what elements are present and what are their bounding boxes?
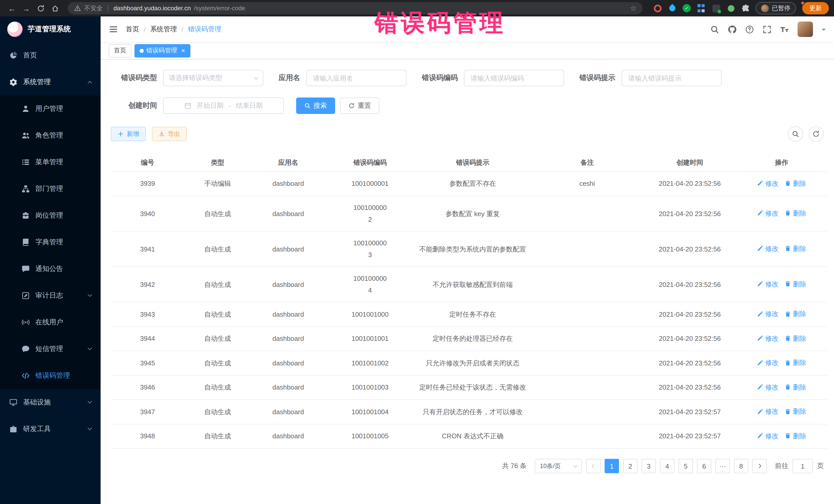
green-dot-extension-icon[interactable]: [727, 5, 734, 12]
delete-link[interactable]: 删除: [785, 357, 806, 369]
edit-link[interactable]: 修改: [757, 332, 778, 344]
delete-icon: [785, 311, 791, 317]
delete-link[interactable]: 删除: [785, 308, 806, 320]
delete-link[interactable]: 删除: [785, 332, 806, 344]
page-button-2[interactable]: 2: [623, 459, 637, 473]
edit-link[interactable]: 修改: [757, 207, 778, 219]
address-bar[interactable]: 不安全 dashboard.yudao.iocoder.cn/system/er…: [68, 2, 642, 14]
delete-icon: [785, 210, 791, 216]
app-logo[interactable]: 芋道管理系统: [0, 17, 101, 42]
delete-link[interactable]: 删除: [785, 430, 806, 442]
page-button-6[interactable]: 6: [697, 459, 711, 473]
tab-error-code[interactable]: 错误码管理×: [134, 44, 190, 57]
edit-link[interactable]: 修改: [757, 406, 778, 417]
search-button[interactable]: 搜索: [296, 97, 335, 114]
next-page-button[interactable]: [752, 459, 767, 473]
toggle-search-button[interactable]: [788, 126, 803, 141]
date-range-picker[interactable]: 开始日期 - 结束日期: [163, 97, 284, 114]
page-button-1[interactable]: 1: [605, 459, 619, 473]
back-button[interactable]: ←: [5, 2, 19, 15]
breadcrumb-item[interactable]: 错误码管理: [188, 25, 221, 34]
url-path: /system/error-code: [194, 5, 245, 12]
sidebar-item-system[interactable]: 系统管理: [0, 69, 101, 95]
edit-link[interactable]: 修改: [757, 357, 778, 369]
header-search-icon[interactable]: [710, 25, 719, 34]
row-id: 3946: [111, 375, 184, 399]
bookmark-star-icon[interactable]: ☆: [630, 4, 636, 12]
dark-badge-extension-icon[interactable]: [712, 4, 720, 12]
sidebar-item-label: 错误码管理: [36, 371, 70, 380]
row-message: 不能删除类型为系统内置的参数配置: [415, 231, 531, 267]
sidebar-item-error-code[interactable]: 错误码管理: [0, 363, 101, 389]
close-tab-icon[interactable]: ×: [181, 47, 185, 54]
sidebar-item-menu[interactable]: 菜单管理: [0, 149, 101, 176]
reset-button[interactable]: 重置: [340, 97, 379, 114]
table-header-row: 编号类型应用名错误码编码错误码提示备注创建时间操作: [111, 154, 827, 171]
tab-home[interactable]: 首页: [109, 44, 131, 57]
avatar-caret-icon[interactable]: [822, 28, 826, 32]
extensions-puzzle-icon[interactable]: [741, 4, 750, 13]
more-pages-button[interactable]: ···: [716, 459, 730, 473]
row-message: 参数配置 key 重复: [415, 196, 531, 231]
update-button[interactable]: 更新: [802, 2, 829, 14]
error-type-select[interactable]: 请选择错误码类型: [163, 70, 263, 86]
delete-link[interactable]: 删除: [785, 207, 806, 219]
goto-page-input[interactable]: [792, 459, 813, 473]
blue-grid-extension-icon[interactable]: [697, 4, 706, 13]
page-size-select[interactable]: 10条/页: [535, 459, 582, 473]
error-hint-input[interactable]: [621, 70, 722, 86]
home-button[interactable]: [48, 2, 62, 15]
paused-chip[interactable]: 已暂停: [755, 2, 796, 14]
error-code-input[interactable]: [464, 70, 564, 86]
sidebar-item-dept[interactable]: 部门管理: [0, 176, 101, 202]
delete-link[interactable]: 删除: [785, 278, 806, 290]
page-button-5[interactable]: 5: [679, 459, 693, 473]
breadcrumb-item[interactable]: 系统管理: [150, 25, 177, 34]
sidebar-item-post[interactable]: 岗位管理: [0, 202, 101, 229]
forward-button[interactable]: →: [20, 2, 33, 15]
page-button-3[interactable]: 3: [641, 459, 656, 473]
edit-link[interactable]: 修改: [757, 381, 778, 393]
refresh-table-button[interactable]: [808, 126, 824, 141]
user-avatar[interactable]: [797, 22, 813, 37]
sidebar-item-home[interactable]: 首页: [0, 42, 101, 69]
sidebar-item-online-user[interactable]: 在线用户: [0, 309, 101, 336]
red-ring-extension-icon[interactable]: [654, 4, 661, 12]
edit-link[interactable]: 修改: [757, 278, 778, 290]
sidebar-item-user[interactable]: 用户管理: [0, 95, 101, 122]
fullscreen-icon[interactable]: [763, 25, 771, 34]
sidebar-item-audit-log[interactable]: 审计日志: [0, 282, 101, 309]
reload-button[interactable]: [34, 2, 47, 15]
sidebar-item-devtools[interactable]: 研发工具: [0, 416, 101, 442]
page-button-4[interactable]: 4: [660, 459, 674, 473]
help-icon[interactable]: [745, 25, 754, 34]
sidebar-item-notice[interactable]: 通知公告: [0, 256, 101, 282]
prev-page-button[interactable]: [586, 459, 600, 473]
edit-link[interactable]: 修改: [757, 243, 778, 255]
edit-link[interactable]: 修改: [757, 177, 778, 189]
font-size-icon[interactable]: [780, 25, 789, 34]
start-date-placeholder: 开始日期: [197, 101, 223, 110]
delete-link[interactable]: 删除: [785, 381, 806, 393]
sidebar-toggle[interactable]: [109, 25, 118, 34]
sidebar-item-sms[interactable]: 短信管理: [0, 336, 101, 363]
edit-link[interactable]: 修改: [757, 430, 778, 442]
column-header: 创建时间: [643, 154, 736, 171]
sidebar-item-dict[interactable]: 字典管理: [0, 229, 101, 256]
delete-link[interactable]: 删除: [785, 406, 806, 417]
row-remark: [531, 424, 643, 448]
breadcrumb-item[interactable]: 首页: [126, 25, 139, 34]
sidebar-item-role[interactable]: 角色管理: [0, 122, 101, 149]
table-body: 3939手动编辑dashboard1001000001参数配置不存在ceshi2…: [111, 171, 827, 448]
sidebar-item-infra[interactable]: 基础设施: [0, 389, 101, 416]
blue-drop-extension-icon[interactable]: [668, 4, 677, 13]
edit-link[interactable]: 修改: [757, 308, 778, 320]
delete-link[interactable]: 删除: [785, 177, 806, 189]
app-name-input[interactable]: [306, 70, 407, 86]
export-button[interactable]: 导出: [152, 127, 187, 141]
add-button[interactable]: 新增: [111, 127, 146, 141]
green-check-extension-icon[interactable]: ✓: [683, 4, 691, 12]
page-button-8[interactable]: 8: [734, 459, 748, 473]
github-icon[interactable]: [728, 25, 737, 34]
delete-link[interactable]: 删除: [785, 243, 806, 255]
